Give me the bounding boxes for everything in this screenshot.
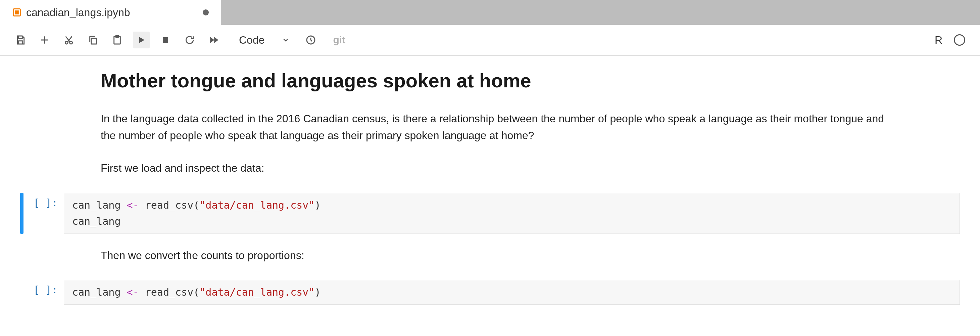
svg-rect-1 — [15, 10, 19, 14]
cell-prompt: [ ]: — [30, 193, 64, 234]
chevron-down-icon — [282, 36, 290, 44]
tab-label: canadian_langs.ipynb — [26, 6, 198, 19]
paragraph: First we load and inspect the data: — [101, 160, 886, 177]
markdown-cell[interactable]: Mother tongue and languages spoken at ho… — [0, 69, 980, 177]
cell-indicator — [20, 280, 24, 305]
toolbar: Code git R — [0, 25, 980, 56]
tab-bar: canadian_langs.ipynb — [0, 0, 980, 25]
cell-type-dropdown[interactable]: Code — [234, 34, 295, 46]
kernel-status-icon[interactable] — [954, 34, 965, 46]
heading: Mother tongue and languages spoken at ho… — [101, 69, 886, 92]
cell-selected-indicator — [20, 193, 24, 234]
paragraph: Then we convert the counts to proportion… — [101, 247, 886, 264]
copy-button[interactable] — [84, 32, 101, 48]
notebook-content: Mother tongue and languages spoken at ho… — [0, 56, 980, 305]
paste-button[interactable] — [109, 32, 126, 48]
notebook-file-icon — [12, 8, 21, 17]
add-cell-button[interactable] — [36, 32, 53, 48]
svg-rect-4 — [91, 38, 97, 44]
checkpoint-button[interactable] — [302, 32, 319, 48]
cell-type-label: Code — [239, 34, 265, 46]
code-cell[interactable]: [ ]: can_lang <- read_csv("data/can_lang… — [0, 280, 980, 305]
paragraph: In the language data collected in the 20… — [101, 110, 886, 144]
run-button[interactable] — [133, 32, 150, 48]
stop-button[interactable] — [157, 32, 174, 48]
markdown-cell[interactable]: Then we convert the counts to proportion… — [0, 247, 980, 264]
unsaved-indicator-icon — [203, 10, 209, 16]
cell-prompt: [ ]: — [30, 280, 64, 305]
code-input[interactable]: can_lang <- read_csv("data/can_lang.csv"… — [64, 193, 960, 234]
cut-button[interactable] — [60, 32, 77, 48]
code-cell[interactable]: [ ]: can_lang <- read_csv("data/can_lang… — [0, 193, 980, 234]
code-input[interactable]: can_lang <- read_csv("data/can_lang.csv"… — [64, 280, 960, 305]
kernel-name[interactable]: R — [935, 34, 942, 46]
svg-point-2 — [65, 41, 68, 44]
notebook-tab[interactable]: canadian_langs.ipynb — [0, 0, 221, 25]
svg-rect-7 — [163, 37, 168, 43]
save-button[interactable] — [12, 32, 29, 48]
svg-point-3 — [70, 41, 73, 44]
run-all-button[interactable] — [205, 32, 222, 48]
restart-kernel-button[interactable] — [181, 32, 198, 48]
git-label[interactable]: git — [333, 34, 346, 46]
